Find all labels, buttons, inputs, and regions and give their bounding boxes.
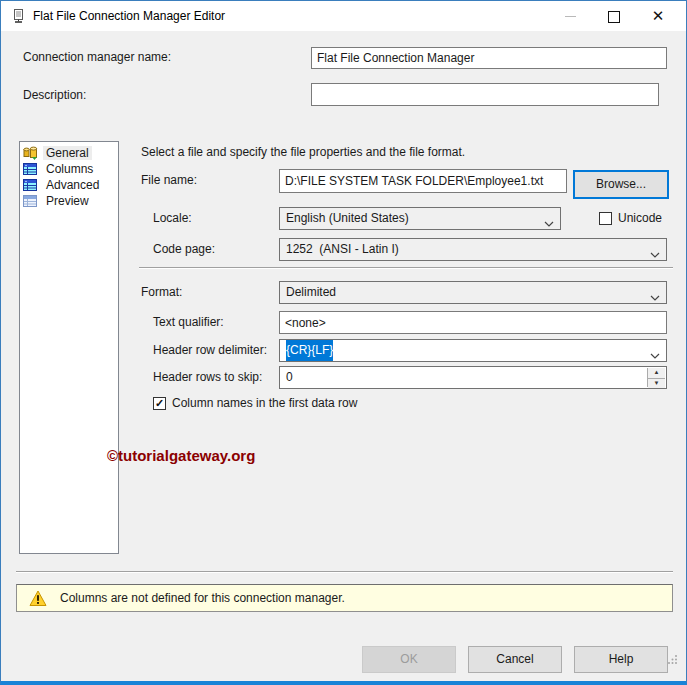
title-bar: Flat File Connection Manager Editor ✕	[1, 1, 686, 31]
header-rows-to-skip-spinbox[interactable]: 0 ▲ ▼	[279, 366, 667, 389]
sidebar-item-columns[interactable]: Columns	[20, 161, 118, 177]
sidebar-item-preview[interactable]: Preview	[20, 193, 118, 209]
unicode-checkbox[interactable]	[599, 212, 612, 225]
header-row-delimiter-combo[interactable]: {CR}{LF}	[279, 339, 667, 362]
sidebar-item-label: Preview	[43, 194, 92, 208]
warning-strip: Columns are not defined for this connect…	[16, 584, 673, 612]
table-cyan-icon	[23, 162, 39, 176]
header-rows-to-skip-label: Header rows to skip:	[153, 366, 262, 389]
table-cyan-icon	[23, 178, 39, 192]
spin-down-button[interactable]: ▼	[648, 379, 665, 389]
pages-list: General Columns	[19, 141, 119, 554]
connection-manager-name-input[interactable]	[311, 47, 667, 69]
close-button[interactable]: ✕	[641, 1, 675, 31]
column-names-checkbox[interactable]: ✓	[153, 397, 166, 410]
spinner-buttons: ▲ ▼	[647, 368, 665, 387]
section-separator	[139, 267, 673, 269]
window-title: Flat File Connection Manager Editor	[33, 1, 225, 31]
unicode-label: Unicode	[618, 207, 662, 230]
ok-button: OK	[362, 646, 456, 673]
file-name-input[interactable]	[279, 169, 567, 193]
format-label: Format:	[141, 281, 182, 304]
sidebar-item-label: Columns	[43, 162, 96, 176]
code-page-label: Code page:	[153, 238, 215, 261]
header-rows-to-skip-value: 0	[286, 367, 293, 388]
format-value: Delimited	[286, 282, 336, 303]
file-name-label: File name:	[141, 169, 197, 192]
description-input[interactable]	[311, 83, 659, 106]
help-button[interactable]: Help	[574, 646, 668, 673]
maximize-button[interactable]	[597, 1, 631, 31]
warning-text: Columns are not defined for this connect…	[60, 585, 345, 611]
chevron-down-icon	[650, 247, 660, 261]
sidebar-item-label: Advanced	[43, 178, 102, 192]
text-qualifier-input[interactable]	[279, 311, 667, 334]
code-page-value: 1252 (ANSI - Latin I)	[286, 239, 399, 260]
minimize-icon	[565, 16, 576, 17]
locale-label: Locale:	[153, 207, 192, 230]
format-dropdown[interactable]: Delimited	[279, 281, 667, 304]
table-light-icon	[23, 194, 39, 208]
warning-icon	[29, 590, 47, 610]
spin-up-button[interactable]: ▲	[648, 368, 665, 379]
sidebar-item-general[interactable]: General	[20, 145, 118, 161]
connection-gold-icon	[23, 146, 39, 160]
text-qualifier-label: Text qualifier:	[153, 311, 224, 334]
code-page-dropdown[interactable]: 1252 (ANSI - Latin I)	[279, 238, 667, 261]
watermark-text: ©tutorialgateway.org	[107, 447, 255, 464]
description-label: Description:	[23, 84, 86, 107]
resize-grip[interactable]	[668, 653, 678, 667]
minimize-button	[553, 1, 587, 31]
sidebar-item-advanced[interactable]: Advanced	[20, 177, 118, 193]
pane-intro-text: Select a file and specify the file prope…	[141, 141, 465, 164]
column-names-label: Column names in the first data row	[172, 392, 357, 415]
cancel-button[interactable]: Cancel	[468, 646, 562, 673]
locale-value: English (United States)	[286, 208, 409, 229]
connection-manager-name-label: Connection manager name:	[23, 46, 171, 69]
header-row-delimiter-value: {CR}{LF}	[286, 340, 333, 361]
maximize-icon	[608, 11, 620, 23]
flat-file-icon	[10, 8, 26, 24]
chevron-down-icon	[650, 348, 660, 362]
sidebar-item-label: General	[43, 146, 92, 160]
locale-dropdown[interactable]: English (United States)	[279, 207, 561, 230]
flat-file-connection-manager-editor-dialog: Flat File Connection Manager Editor ✕ Co…	[0, 0, 687, 685]
browse-button[interactable]: Browse...	[573, 170, 669, 199]
chevron-down-icon	[544, 216, 554, 230]
footer-separator	[16, 571, 673, 573]
chevron-down-icon	[650, 290, 660, 304]
header-row-delimiter-label: Header row delimiter:	[153, 339, 267, 362]
